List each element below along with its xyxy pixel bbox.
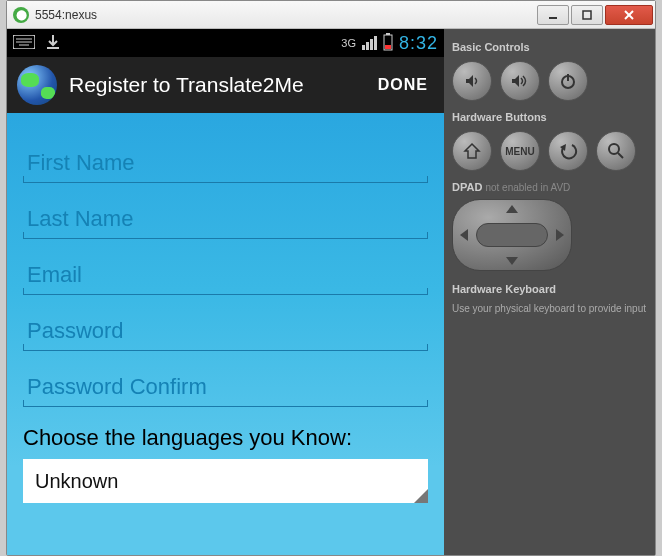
svg-marker-13 [466,75,473,87]
close-icon [623,9,635,21]
email-input[interactable] [23,249,428,294]
menu-button[interactable]: MENU [500,131,540,171]
volume-down-button[interactable] [452,61,492,101]
last-name-input[interactable] [23,193,428,238]
window-title: 5554:nexus [35,8,535,22]
basic-controls-row [452,61,647,101]
basic-controls-title: Basic Controls [452,41,647,53]
maximize-icon [582,10,592,20]
search-hw-button[interactable] [596,131,636,171]
search-icon [607,142,625,160]
svg-line-20 [618,153,623,158]
dpad-down-button[interactable] [506,257,518,265]
first-name-field-wrap [23,137,428,183]
svg-rect-1 [583,11,591,19]
status-clock: 8:32 [399,33,438,54]
svg-point-19 [609,144,619,154]
volume-down-icon [463,72,481,90]
password-confirm-input[interactable] [23,361,428,406]
dpad-right-button[interactable] [556,229,564,241]
hw-keyboard-note: Use your physical keyboard to provide in… [452,303,647,314]
app-action-bar: Register to Translate2Me DONE [7,57,444,113]
status-left [13,34,341,53]
dpad-title: DPAD [452,181,482,193]
dpad [452,199,572,271]
window-body: 3G 8:32 Register to Translate2Me DONE [7,29,655,555]
password-field-wrap [23,305,428,351]
choose-languages-label: Choose the languages you Know: [23,425,428,451]
home-icon [463,142,481,160]
emulator-window: ⬤ 5554:nexus [6,0,656,556]
form-screen: Choose the languages you Know: Unknown [7,113,444,555]
power-button[interactable] [548,61,588,101]
dpad-left-button[interactable] [460,229,468,241]
hardware-buttons-row: MENU [452,131,647,171]
language-selected-value: Unknown [35,470,118,493]
svg-marker-14 [512,75,519,87]
back-button[interactable] [548,131,588,171]
maximize-button[interactable] [571,5,603,25]
minimize-button[interactable] [537,5,569,25]
signal-3g-label: 3G [341,37,356,49]
app-icon: ⬤ [13,7,29,23]
password-confirm-field-wrap [23,361,428,407]
status-right: 3G 8:32 [341,33,438,54]
volume-up-icon [510,72,530,90]
dpad-title-row: DPAD not enabled in AVD [452,181,647,193]
first-name-input[interactable] [23,137,428,182]
dpad-center-button[interactable] [476,223,548,247]
emulator-controls-panel: Basic Controls Hardware Buttons MENU [444,29,655,555]
minimize-icon [548,10,558,20]
dpad-up-button[interactable] [506,205,518,213]
power-icon [559,72,577,90]
battery-icon [383,33,393,54]
svg-marker-17 [465,144,479,158]
svg-rect-12 [385,45,391,49]
done-button[interactable]: DONE [372,70,434,100]
hardware-buttons-title: Hardware Buttons [452,111,647,123]
language-spinner[interactable]: Unknown [23,459,428,503]
download-icon [45,34,61,53]
close-button[interactable] [605,5,653,25]
password-input[interactable] [23,305,428,350]
hw-keyboard-title: Hardware Keyboard [452,283,647,295]
email-field-wrap [23,249,428,295]
dpad-note: not enabled in AVD [485,182,570,193]
app-globe-icon [17,65,57,105]
window-titlebar: ⬤ 5554:nexus [7,1,655,29]
page-title: Register to Translate2Me [69,73,372,97]
signal-bars-icon [362,36,377,50]
phone-screen: 3G 8:32 Register to Translate2Me DONE [7,29,444,555]
keyboard-icon [13,35,35,52]
menu-button-label: MENU [505,146,534,157]
window-buttons [535,5,653,25]
back-icon [558,142,578,160]
android-status-bar[interactable]: 3G 8:32 [7,29,444,57]
last-name-field-wrap [23,193,428,239]
home-button[interactable] [452,131,492,171]
volume-up-button[interactable] [500,61,540,101]
